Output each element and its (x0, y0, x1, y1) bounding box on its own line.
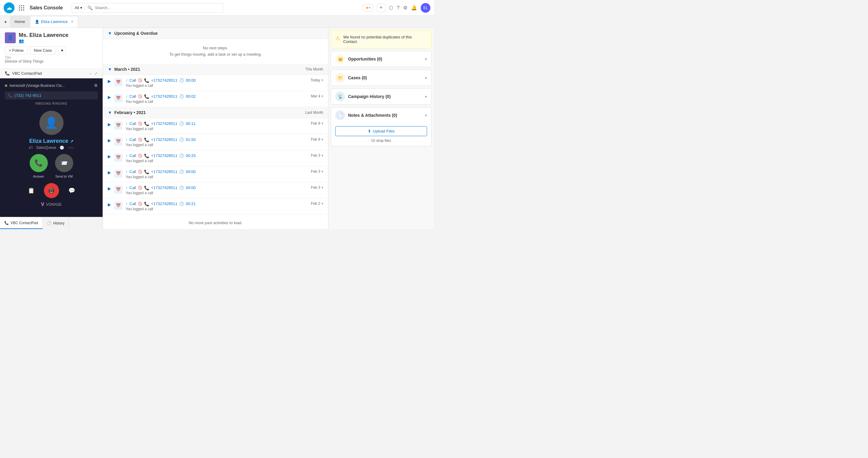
vonage-v-icon: V (41, 202, 44, 207)
logged-7: You logged a call (126, 206, 308, 211)
activity-feed: ▼ Upcoming & Overdue No next steps. To g… (103, 28, 328, 229)
contact-header: 👤 Ms. Eliza Lawrence 👥 + Follow New Case… (0, 28, 102, 69)
notes-expand-icon[interactable]: ▾ (425, 113, 427, 118)
user-avatar[interactable]: EL (421, 3, 430, 13)
opportunities-header[interactable]: 👑 Opportunities (0) ▾ (331, 51, 431, 67)
bottom-tab-history[interactable]: 🕐 History (43, 217, 69, 229)
no-more-message: No more past activities to load. (103, 215, 328, 229)
collapse-upcoming-icon[interactable]: ▼ (108, 31, 112, 36)
answer-button[interactable]: 📞 (30, 154, 48, 172)
no-answer-icon-1: 🚫 (138, 94, 142, 98)
inbound-status: INBOUND RINGING (35, 102, 67, 105)
tab-overflow-button[interactable]: ◂ (1, 17, 9, 26)
phone-widget: lvenezia9 (Vonage Business Clo... ⚙ 📞 (7… (0, 78, 102, 217)
clock-icon-0: 🕐 (179, 78, 184, 83)
history-tab-icon: 🕐 (47, 221, 52, 225)
left-panel: 👤 Ms. Eliza Lawrence 👥 + Follow New Case… (0, 28, 103, 229)
grid-icon[interactable] (19, 5, 24, 10)
phone-num-1: +17327429511 (151, 94, 177, 99)
title-label: Title (5, 56, 98, 59)
notes-title: Notes & Attachments (0) (348, 113, 422, 118)
notes-header[interactable]: 📄 Notes & Attachments (0) ▾ (331, 107, 431, 123)
send-to-vm-button[interactable]: 📨 (55, 154, 73, 172)
cases-icon: 📁 (335, 73, 345, 83)
minimize-icon[interactable]: ─ (89, 71, 92, 76)
collapse-march-icon[interactable]: ▼ (108, 67, 112, 72)
activity-call-icon-2: 📅 (114, 121, 123, 130)
activity-item-7: ▶ 📅 ↑ Call 🚫 📞 +17327429511 🕐 00:21 You … (103, 198, 328, 215)
tab-home[interactable]: Home (10, 16, 30, 28)
upload-files-button[interactable]: ⬆ Upload Files (335, 126, 427, 136)
duration-2: 00:11 (186, 121, 196, 126)
duplicate-notice: ⚠ We found no potential duplicates of th… (331, 30, 432, 48)
date-6: Feb 3 (311, 186, 320, 190)
vm-label: Send to VM (55, 174, 73, 178)
new-case-button[interactable]: New Case (30, 46, 56, 55)
tab-contact[interactable]: 👤 Eliza Lawrence ✕ (30, 16, 78, 28)
expand-item-1[interactable]: ▶ (108, 94, 111, 100)
settings-icon[interactable]: ⚙ (403, 5, 407, 10)
expand-item-3[interactable]: ▶ (108, 137, 111, 143)
search-input[interactable] (93, 5, 223, 10)
expand-item-0[interactable]: ▶ (108, 78, 111, 84)
date-chevron-0[interactable]: ▾ (321, 78, 323, 82)
date-1: Mar 4 (311, 94, 320, 98)
duplicate-text: We found no potential duplicates of this… (343, 35, 427, 44)
date-chevron-1[interactable]: ▾ (321, 94, 323, 98)
activity-item-6: ▶ 📅 ↑ Call 🚫 📞 +17327429511 🕐 00:00 You … (103, 183, 328, 198)
history-tab-label: History (53, 221, 64, 225)
notifications-icon[interactable]: 🔔 (411, 5, 417, 10)
search-bar: All ▾ 🔍 (72, 3, 223, 13)
decline-button[interactable]: 📵 (44, 183, 59, 198)
sms-icon[interactable]: 💬 (66, 185, 77, 196)
connection-name: lvenezia9 (Vonage Business Clo... (10, 84, 65, 88)
vonage-label: VONAGE (46, 202, 61, 207)
follow-button[interactable]: + Follow (5, 46, 28, 55)
no-steps-message: No next steps. To get things moving, add… (103, 39, 328, 64)
note-icon[interactable]: 📋 (26, 185, 37, 196)
tab-close-button[interactable]: ✕ (71, 20, 73, 24)
salesforce-logo: ☁ (4, 2, 14, 13)
expand-icon[interactable]: ⤢ (94, 71, 98, 76)
date-0: Today (311, 78, 320, 82)
date-5: Feb 3 (311, 169, 320, 174)
date-7: Feb 2 (311, 201, 320, 206)
date-4: Feb 3 (311, 153, 320, 158)
add-icon[interactable]: + (377, 4, 385, 12)
logged-6: You logged a call (126, 190, 308, 195)
campaign-expand-icon[interactable]: ▾ (425, 94, 427, 99)
contact-tab-label: Eliza Lawrence (41, 19, 68, 24)
collapse-feb-icon[interactable]: ▼ (108, 110, 112, 115)
cases-title: Cases (0) (348, 75, 422, 80)
opportunities-card: 👑 Opportunities (0) ▾ (331, 51, 432, 67)
activity-item-2: ▶ 📅 ↑ Call 🚫 📞 +17327429511 🕐 00:11 You … (103, 118, 328, 134)
phone-num-2: +17327429511 (151, 121, 177, 126)
last-month-tag: Last Month (305, 110, 323, 115)
search-scope-dropdown[interactable]: All ▾ (72, 5, 85, 10)
bottom-tab-vbc[interactable]: 📞 VBC ContactPad (0, 217, 43, 229)
bottom-tabs: 📞 VBC ContactPad 🕐 History (0, 217, 102, 229)
help-palette-icon[interactable]: ⬡ (389, 5, 393, 10)
expand-item-7[interactable]: ▶ (108, 201, 111, 207)
logged-1: You logged a call (126, 99, 308, 104)
cases-header[interactable]: 📁 Cases (0) ▾ (331, 70, 431, 86)
logged-2: You logged a call (126, 126, 308, 131)
vbc-label: VBC ContactPad (12, 71, 42, 76)
chevron-down-icon: ▾ (80, 5, 82, 10)
opportunities-icon: 👑 (335, 54, 345, 64)
logged-4: You logged a call (126, 158, 308, 163)
help-icon[interactable]: ? (397, 5, 400, 10)
opportunities-expand-icon[interactable]: ▾ (425, 57, 427, 61)
phone-settings-icon[interactable]: ⚙ (94, 83, 98, 88)
favorites-icon[interactable]: ★ ▾ (363, 4, 373, 11)
actions-dropdown-button[interactable]: ▾ (58, 46, 66, 55)
activity-item-0: ▶ 📅 ↑ Call 🚫 📞 +17327429511 🕐 00:00 You … (103, 75, 328, 91)
caller-name: Eliza Lawrence ↗ (29, 138, 73, 144)
campaign-header[interactable]: 📡 Campaign History (0) ▾ (331, 89, 431, 104)
expand-item-6[interactable]: ▶ (108, 186, 111, 191)
cases-expand-icon[interactable]: ▾ (425, 76, 427, 80)
expand-item-4[interactable]: ▶ (108, 153, 111, 159)
expand-item-5[interactable]: ▶ (108, 169, 111, 175)
activity-call-icon-1: 📅 (114, 94, 123, 103)
expand-item-2[interactable]: ▶ (108, 121, 111, 127)
